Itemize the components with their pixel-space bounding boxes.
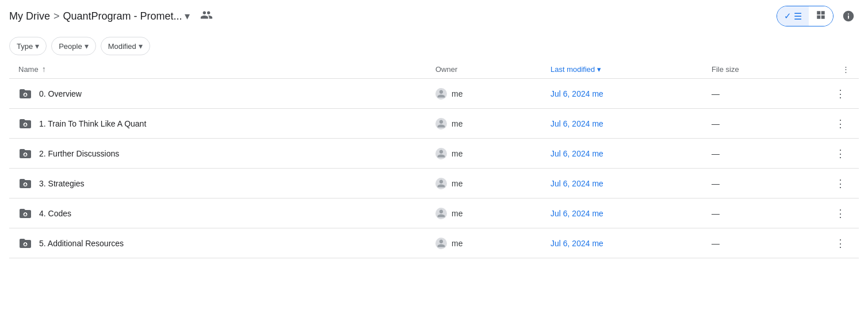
type-filter[interactable]: Type ▾	[9, 37, 47, 55]
file-name-cell: 2. Further Discussions	[18, 147, 435, 161]
file-table: Name ↑ Owner Last modified ▾ File size ⋮	[0, 60, 868, 258]
file-name-cell: 4. Codes	[18, 207, 435, 220]
owner-cell: me	[435, 88, 550, 100]
more-options-button[interactable]: ⋮	[831, 85, 850, 103]
owner-column-label: Owner	[435, 65, 457, 74]
folder-icon	[18, 207, 32, 220]
owner-label: me	[452, 179, 462, 188]
owner-label: me	[452, 119, 462, 128]
table-row[interactable]: 0. Overview me Jul 6, 2024 me — ⋮	[9, 79, 859, 109]
more-options-button[interactable]: ⋮	[831, 174, 850, 193]
more-options-header[interactable]: ⋮	[827, 65, 850, 74]
owner-label: me	[452, 89, 462, 98]
file-name-text: 5. Additional Resources	[39, 239, 124, 248]
avatar-icon	[435, 178, 447, 189]
file-name-cell: 3. Strategies	[18, 177, 435, 190]
owner-label: me	[452, 209, 462, 218]
table-row[interactable]: 1. Train To Think Like A Quant me Jul 6,…	[9, 109, 859, 139]
info-button[interactable]	[838, 6, 859, 26]
modified-cell: Jul 6, 2024 me	[550, 179, 712, 188]
modified-cell: Jul 6, 2024 me	[550, 149, 712, 158]
header-actions: ✓ ☰	[777, 6, 859, 26]
breadcrumb: My Drive > QuantProgram - Promet... ▾	[9, 9, 777, 24]
name-column-header[interactable]: Name ↑	[18, 64, 435, 74]
more-options-cell: ⋮	[827, 114, 850, 133]
breadcrumb-current-folder[interactable]: QuantProgram - Promet... ▾	[63, 10, 190, 22]
more-options-cell: ⋮	[827, 174, 850, 193]
file-name-text: 0. Overview	[39, 89, 82, 98]
modified-cell: Jul 6, 2024 me	[550, 89, 712, 98]
table-row[interactable]: 4. Codes me Jul 6, 2024 me — ⋮	[9, 199, 859, 228]
avatar-icon	[435, 238, 447, 249]
last-modified-sort-icon: ▾	[597, 65, 601, 74]
folder-icon	[18, 147, 32, 161]
table-row[interactable]: 3. Strategies me Jul 6, 2024 me — ⋮	[9, 169, 859, 199]
file-size-column-label: File size	[712, 65, 739, 74]
table-body: 0. Overview me Jul 6, 2024 me — ⋮	[9, 79, 859, 258]
filesize-cell: —	[712, 239, 827, 248]
avatar-icon	[435, 118, 447, 129]
folder-icon	[18, 117, 32, 131]
last-modified-column-header[interactable]: Last modified ▾	[550, 65, 712, 74]
folder-icon	[18, 87, 32, 101]
grid-view-button[interactable]	[809, 6, 833, 26]
more-options-cell: ⋮	[827, 85, 850, 103]
owner-cell: me	[435, 238, 550, 249]
owner-column-header: Owner	[435, 65, 550, 74]
name-sort-icon: ↑	[42, 64, 46, 74]
filesize-cell: —	[712, 209, 827, 218]
file-name-text: 4. Codes	[39, 209, 71, 218]
filesize-cell: —	[712, 89, 827, 98]
folder-icon	[18, 177, 32, 190]
view-toggle: ✓ ☰	[777, 6, 833, 26]
more-options-header-icon: ⋮	[842, 65, 850, 74]
filter-bar: Type ▾ People ▾ Modified ▾	[0, 32, 868, 60]
owner-cell: me	[435, 148, 550, 159]
people-filter[interactable]: People ▾	[51, 37, 95, 55]
table-header: Name ↑ Owner Last modified ▾ File size ⋮	[9, 60, 859, 79]
modified-cell: Jul 6, 2024 me	[550, 209, 712, 218]
avatar-icon	[435, 88, 447, 100]
file-name-cell: 0. Overview	[18, 87, 435, 101]
filesize-cell: —	[712, 149, 827, 158]
avatar-icon	[435, 148, 447, 159]
breadcrumb-separator: >	[53, 10, 60, 22]
last-modified-column-label: Last modified	[550, 65, 595, 74]
breadcrumb-chevron-icon[interactable]: ▾	[185, 10, 190, 22]
modified-filter-chevron-icon: ▾	[139, 41, 143, 51]
more-options-cell: ⋮	[827, 234, 850, 253]
more-options-cell: ⋮	[827, 204, 850, 223]
modified-cell: Jul 6, 2024 me	[550, 119, 712, 128]
file-size-column-header: File size	[712, 65, 827, 74]
list-view-button[interactable]: ✓ ☰	[777, 6, 809, 26]
list-view-icon: ☰	[794, 11, 802, 22]
file-name-text: 3. Strategies	[39, 179, 85, 188]
file-name-cell: 1. Train To Think Like A Quant	[18, 117, 435, 131]
current-folder-label: QuantProgram - Promet...	[63, 10, 182, 22]
owner-label: me	[452, 149, 462, 158]
owner-label: me	[452, 239, 462, 248]
more-options-button[interactable]: ⋮	[831, 144, 850, 163]
name-column-label: Name	[18, 65, 39, 74]
more-options-button[interactable]: ⋮	[831, 114, 850, 133]
people-filter-label: People	[59, 42, 82, 51]
table-row[interactable]: 2. Further Discussions me Jul 6, 2024 me…	[9, 139, 859, 169]
folder-icon	[18, 236, 32, 250]
shared-people-icon[interactable]	[200, 9, 213, 24]
people-filter-chevron-icon: ▾	[85, 41, 89, 51]
filesize-cell: —	[712, 119, 827, 128]
table-row[interactable]: 5. Additional Resources me Jul 6, 2024 m…	[9, 228, 859, 258]
check-icon: ✓	[784, 11, 791, 21]
file-name-text: 1. Train To Think Like A Quant	[39, 119, 146, 128]
owner-cell: me	[435, 208, 550, 219]
modified-cell: Jul 6, 2024 me	[550, 239, 712, 248]
file-name-cell: 5. Additional Resources	[18, 236, 435, 250]
modified-filter[interactable]: Modified ▾	[101, 37, 150, 55]
owner-cell: me	[435, 178, 550, 189]
more-options-button[interactable]: ⋮	[831, 204, 850, 223]
more-options-cell: ⋮	[827, 144, 850, 163]
more-options-button[interactable]: ⋮	[831, 234, 850, 253]
breadcrumb-my-drive[interactable]: My Drive	[9, 10, 50, 22]
owner-cell: me	[435, 118, 550, 129]
grid-view-icon	[816, 10, 826, 22]
